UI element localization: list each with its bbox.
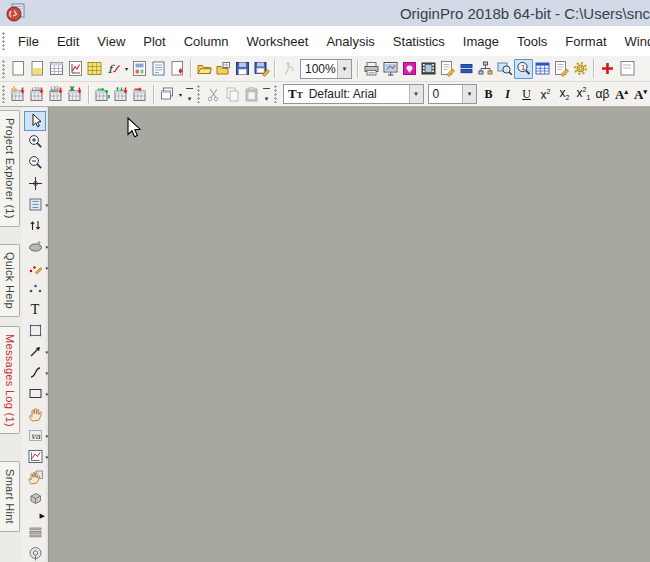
- mask-range-tool[interactable]: ▾: [24, 237, 46, 257]
- data-selector-tool[interactable]: [24, 216, 46, 236]
- equation-tool[interactable]: va▾: [24, 426, 46, 446]
- chevron-down-icon[interactable]: ▾: [45, 454, 48, 460]
- copy-button[interactable]: [223, 84, 242, 104]
- chevron-down-icon[interactable]: ▾: [45, 244, 48, 250]
- clipped-edge-button[interactable]: [617, 59, 636, 79]
- import-wizard-button[interactable]: [9, 84, 28, 104]
- insert-object-tool[interactable]: [24, 489, 46, 509]
- chevron-down-icon[interactable]: ▾: [45, 370, 48, 376]
- font-size-select[interactable]: 0▼: [428, 84, 477, 104]
- pan-tool[interactable]: [24, 405, 46, 425]
- menu-tools[interactable]: Tools: [508, 34, 556, 49]
- video-builder-button[interactable]: [419, 59, 438, 79]
- open-excel-button[interactable]: [214, 59, 233, 79]
- chevron-down-icon[interactable]: ▾: [45, 265, 48, 271]
- new-analysis-template-button[interactable]: [168, 59, 187, 79]
- menu-plot[interactable]: Plot: [134, 34, 174, 49]
- new-notes-button[interactable]: [149, 59, 168, 79]
- zoom-level-select[interactable]: 100%▼: [300, 59, 352, 79]
- menu-edit[interactable]: Edit: [48, 34, 88, 49]
- menu-analysis[interactable]: Analysis: [317, 34, 383, 49]
- new-matrix-button[interactable]: [85, 59, 104, 79]
- customize-toolbar-button[interactable]: [598, 59, 617, 79]
- layer-list-button[interactable]: [24, 523, 46, 543]
- recalculate-button[interactable]: [279, 59, 298, 79]
- zoom-out-tool[interactable]: [24, 153, 46, 173]
- menu-statistics[interactable]: Statistics: [384, 34, 454, 49]
- project-explorer-toggle-button[interactable]: [476, 59, 495, 79]
- duplicate-window-button[interactable]: [158, 84, 177, 104]
- text-tool[interactable]: T: [24, 300, 46, 320]
- supersubscript-button[interactable]: x21: [574, 84, 593, 104]
- toolbar-overflow-button[interactable]: ▾: [184, 84, 195, 104]
- insert-worksheet-tool[interactable]: [24, 468, 46, 488]
- menu-image[interactable]: Image: [454, 34, 508, 49]
- cluster-tool[interactable]: [24, 279, 46, 299]
- reimport-directly-button[interactable]: [93, 84, 112, 104]
- notes-edit-button[interactable]: [438, 59, 457, 79]
- new-project-button[interactable]: [9, 59, 28, 79]
- chevron-down-icon[interactable]: ▾: [177, 84, 184, 104]
- superscript-button[interactable]: x2: [536, 84, 555, 104]
- zoom-in-tool[interactable]: [24, 132, 46, 152]
- menu-file[interactable]: File: [9, 34, 48, 49]
- curve-tool[interactable]: ▾: [24, 363, 46, 383]
- menu-window[interactable]: Window: [616, 34, 650, 49]
- new-function-plot-button[interactable]: f: [104, 59, 123, 79]
- chevron-down-icon[interactable]: ▾: [123, 59, 130, 79]
- bold-button[interactable]: B: [479, 84, 498, 104]
- paste-button[interactable]: [242, 84, 261, 104]
- data-reader-tool[interactable]: [24, 174, 46, 194]
- image-tool-button[interactable]: [400, 59, 419, 79]
- layer-contents-button[interactable]: [457, 59, 476, 79]
- rectangle-select-tool[interactable]: [24, 321, 46, 341]
- greek-button[interactable]: αβ: [593, 84, 612, 104]
- new-graph-button[interactable]: [66, 59, 85, 79]
- menu-format[interactable]: Format: [556, 34, 615, 49]
- new-workbook-button[interactable]: [47, 59, 66, 79]
- insert-graph-tool[interactable]: ▾: [24, 447, 46, 467]
- cut-button[interactable]: [204, 84, 223, 104]
- menu-view[interactable]: View: [88, 34, 134, 49]
- print-button[interactable]: [362, 59, 381, 79]
- find-in-project-button[interactable]: [495, 59, 514, 79]
- tab-messages-log[interactable]: Messages Log (1): [0, 326, 20, 435]
- export-ascii-button[interactable]: [131, 84, 150, 104]
- open-button[interactable]: [195, 59, 214, 79]
- italic-button[interactable]: I: [498, 84, 517, 104]
- import-multiple-ascii-button[interactable]: 123: [47, 84, 66, 104]
- screen-reader-button[interactable]: [24, 544, 46, 562]
- font-family-select[interactable]: TTDefault: Arial▼: [283, 84, 424, 104]
- tab-smart-hint[interactable]: Smart Hint: [0, 461, 20, 532]
- slide-show-button[interactable]: [381, 59, 400, 79]
- chevron-down-icon[interactable]: ▾: [45, 202, 48, 208]
- shape-tool[interactable]: ▾: [24, 384, 46, 404]
- new-layout-button[interactable]: [130, 59, 149, 79]
- chevron-down-icon[interactable]: ▾: [45, 433, 48, 439]
- underline-button[interactable]: U: [517, 84, 536, 104]
- save-template-button[interactable]: [252, 59, 271, 79]
- zoom-tool-button[interactable]: 1: [514, 59, 533, 79]
- save-project-button[interactable]: [233, 59, 252, 79]
- object-manager-button[interactable]: [533, 59, 552, 79]
- reimport-changed-button[interactable]: [112, 84, 131, 104]
- font-decrease-button[interactable]: A▾: [631, 84, 650, 104]
- menu-column[interactable]: Column: [175, 34, 238, 49]
- pointer-tool[interactable]: [24, 111, 46, 131]
- tab-project-explorer[interactable]: Project Explorer (1): [0, 110, 20, 227]
- chevron-down-icon[interactable]: ▾: [45, 391, 48, 397]
- script-window-button[interactable]: [552, 59, 571, 79]
- arrow-tool[interactable]: ▾: [24, 342, 46, 362]
- font-increase-button[interactable]: A▴: [612, 84, 631, 104]
- menu-worksheet[interactable]: Worksheet: [238, 34, 318, 49]
- options-button[interactable]: [571, 59, 590, 79]
- import-excel-button[interactable]: X: [66, 84, 85, 104]
- subscript-button[interactable]: x2: [555, 84, 574, 104]
- tab-quick-help[interactable]: Quick Help: [0, 244, 20, 317]
- draw-data-tool[interactable]: ▾: [24, 258, 46, 278]
- annotation-tool[interactable]: ▾: [24, 195, 46, 215]
- chevron-down-icon[interactable]: ▾: [45, 349, 48, 355]
- new-folder-button[interactable]: [28, 59, 47, 79]
- toolbar-overflow-button[interactable]: ▾: [261, 84, 272, 104]
- import-ascii-button[interactable]: 123: [28, 84, 47, 104]
